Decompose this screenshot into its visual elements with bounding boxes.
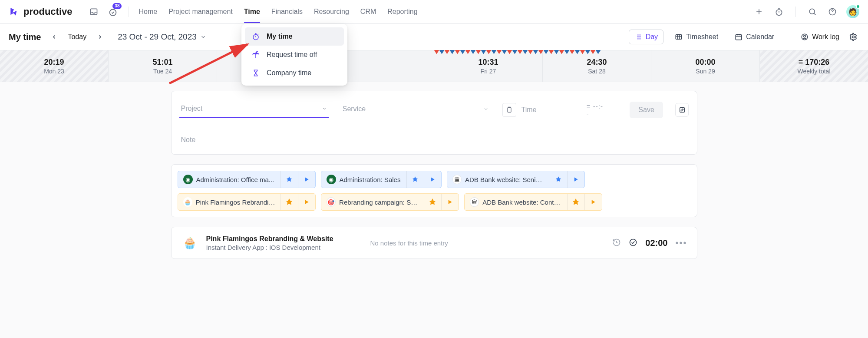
check-circle-icon[interactable] — [629, 238, 637, 248]
nav-project-management[interactable]: Project management — [168, 1, 233, 23]
nav-crm[interactable]: CRM — [360, 1, 376, 23]
nav-home[interactable]: Home — [139, 1, 157, 23]
svg-rect-6 — [736, 35, 742, 40]
divider — [795, 7, 796, 17]
work-log-button[interactable]: Work log — [801, 33, 839, 41]
add-icon[interactable] — [753, 6, 765, 18]
user-avatar[interactable]: 🧑 — [846, 5, 859, 18]
chevron-down-icon — [200, 34, 206, 40]
pin-outline-icon[interactable] — [424, 194, 441, 210]
service-select[interactable]: Service — [341, 103, 490, 117]
search-icon[interactable] — [806, 6, 818, 18]
brand-mark-icon — [9, 6, 20, 17]
log-title: Pink Flamingos Rebranding & Website — [206, 235, 363, 243]
clipboard-icon[interactable] — [502, 103, 516, 117]
content-area: Project Service Time = --:-- Save — [0, 82, 868, 338]
grid-icon — [675, 33, 683, 41]
stopwatch-icon — [251, 33, 261, 40]
stopwatch-icon[interactable] — [773, 6, 785, 18]
history-icon[interactable] — [612, 238, 621, 248]
time-input-group: Time = --:-- — [502, 103, 605, 117]
prev-week-button[interactable] — [49, 31, 60, 43]
dropdown-company-time[interactable]: Company time — [245, 64, 344, 82]
chevron-down-icon — [483, 106, 488, 112]
log-subtitle: Instant Delivery App : iOS Development — [206, 244, 363, 251]
time-log-entry[interactable]: 🧁 Pink Flamingos Rebranding & Website In… — [171, 227, 697, 259]
week-days-row: 20:19 Mon 23 51:01 Tue 24 30:20 Wed 25 1… — [0, 50, 868, 82]
target-icon: 🎯 — [327, 197, 336, 207]
subbar: My time Today 23 Oct - 29 Oct, 2023 Day … — [0, 24, 868, 50]
pin-icon[interactable] — [550, 171, 567, 188]
nav-financials[interactable]: Financials — [271, 1, 303, 23]
palm-icon — [251, 51, 261, 59]
pin-icon[interactable] — [406, 171, 424, 188]
brand-name: productive — [23, 6, 72, 17]
play-icon[interactable] — [298, 194, 315, 210]
svg-point-9 — [852, 36, 855, 38]
view-day-button[interactable]: Day — [629, 30, 663, 44]
help-icon[interactable] — [826, 6, 838, 18]
cupcake-icon: 🧁 — [181, 234, 198, 252]
play-icon[interactable] — [298, 171, 315, 188]
next-week-button[interactable] — [94, 31, 106, 43]
note-input[interactable]: Note — [179, 128, 624, 146]
main-nav: Home Project management Time Financials … — [139, 1, 417, 23]
more-icon[interactable]: ••• — [675, 238, 687, 248]
nav-resourcing[interactable]: Resourcing — [314, 1, 349, 23]
approvals-icon[interactable]: 38 — [107, 6, 119, 18]
edit-entry-button[interactable] — [675, 103, 689, 117]
calendar-icon — [735, 33, 743, 41]
play-icon[interactable] — [424, 171, 441, 188]
view-calendar-button[interactable]: Calendar — [729, 30, 779, 44]
play-icon[interactable] — [441, 194, 459, 210]
pin-icon[interactable] — [281, 171, 298, 188]
presence-dot — [856, 4, 860, 9]
inbox-icon[interactable] — [88, 6, 100, 18]
chip-admin-sales[interactable]: ◉Administration: Sales — [321, 171, 442, 188]
chip-rebranding-campaign[interactable]: 🎯Rebranding campaign: So... — [321, 193, 459, 211]
save-button[interactable]: Save — [630, 102, 663, 118]
log-duration: 02:00 — [645, 238, 667, 248]
chip-adb-senior[interactable]: 🏛ADB Bank website: Senior... — [447, 171, 585, 188]
nav-reporting[interactable]: Reporting — [387, 1, 417, 23]
day-col-sun[interactable]: 00:00 Sun 29 — [651, 50, 760, 82]
project-select[interactable]: Project — [179, 102, 329, 118]
time-input[interactable]: Time — [521, 106, 581, 114]
view-switch: Day Timesheet Calendar — [629, 30, 780, 44]
chip-pink-flamingos[interactable]: 🧁Pink Flamingos Rebrandin... — [178, 193, 316, 211]
bank-icon: 🏛 — [452, 175, 462, 184]
today-button[interactable]: Today — [68, 33, 86, 41]
favorites-card: ◉Administration: Office ma... ◉Administr… — [171, 164, 697, 217]
globe-icon: ◉ — [327, 175, 336, 184]
svg-rect-10 — [508, 108, 511, 113]
svg-point-8 — [804, 35, 806, 37]
divider — [129, 7, 129, 17]
settings-icon[interactable] — [847, 31, 859, 43]
play-icon[interactable] — [584, 194, 602, 210]
holiday-flags — [434, 50, 651, 55]
svg-point-3 — [809, 9, 815, 14]
view-timesheet-button[interactable]: Timesheet — [670, 30, 723, 44]
svg-point-12 — [630, 239, 637, 245]
chip-adb-content[interactable]: 🏛ADB Bank website: Conte... — [464, 193, 602, 211]
time-estimate: = --:-- — [587, 103, 606, 117]
day-col-total: = 170:26 Weekly total — [760, 50, 868, 82]
play-icon[interactable] — [567, 171, 584, 188]
dropdown-my-time[interactable]: My time — [245, 27, 344, 46]
pin-outline-icon[interactable] — [567, 194, 584, 210]
day-col-mon[interactable]: 20:19 Mon 23 — [0, 50, 109, 82]
svg-point-2 — [776, 10, 782, 15]
nav-time[interactable]: Time — [244, 1, 260, 23]
chip-admin-office[interactable]: ◉Administration: Office ma... — [178, 171, 316, 188]
svg-rect-11 — [680, 108, 684, 113]
date-range-label: 23 Oct - 29 Oct, 2023 — [118, 32, 197, 42]
bank-icon: 🏛 — [470, 197, 479, 207]
chevron-down-icon — [322, 106, 327, 111]
pin-outline-icon[interactable] — [281, 194, 298, 210]
brand-logo[interactable]: productive — [9, 6, 72, 17]
day-col-tue[interactable]: 51:01 Tue 24 — [109, 50, 217, 82]
globe-icon: ◉ — [183, 175, 193, 184]
date-range-picker[interactable]: 23 Oct - 29 Oct, 2023 — [118, 32, 206, 42]
approvals-badge: 38 — [112, 3, 122, 9]
dropdown-request-time-off[interactable]: Request time off — [245, 46, 344, 64]
